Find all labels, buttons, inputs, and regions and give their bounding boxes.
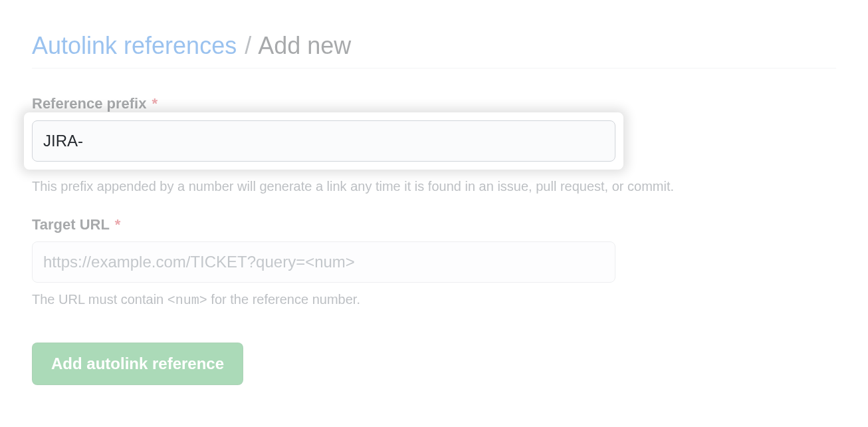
required-star-icon: * [152,95,158,112]
breadcrumb-parent-link[interactable]: Autolink references [32,32,237,59]
target-url-help: The URL must contain <num> for the refer… [32,289,836,311]
target-url-help-suffix: for the reference number. [207,292,360,307]
breadcrumb: Autolink references / Add new [32,32,836,60]
breadcrumb-separator: / [245,32,251,59]
add-autolink-reference-button[interactable]: Add autolink reference [32,343,243,385]
target-url-help-code: <num> [167,293,207,308]
reference-prefix-highlight [24,112,623,170]
required-star-icon: * [115,216,121,233]
target-url-label: Target URL * [32,216,836,233]
reference-prefix-help: This prefix appended by a number will ge… [32,176,836,196]
divider [32,68,836,69]
reference-prefix-input[interactable] [32,120,615,162]
target-url-label-text: Target URL [32,216,110,233]
reference-prefix-group: Reference prefix * This prefix appended … [32,95,836,196]
target-url-help-prefix: The URL must contain [32,292,167,307]
target-url-input[interactable] [32,241,615,283]
target-url-group: Target URL * The URL must contain <num> … [32,216,836,311]
reference-prefix-label-text: Reference prefix [32,95,146,112]
reference-prefix-label: Reference prefix * [32,95,836,112]
breadcrumb-current: Add new [258,32,351,59]
